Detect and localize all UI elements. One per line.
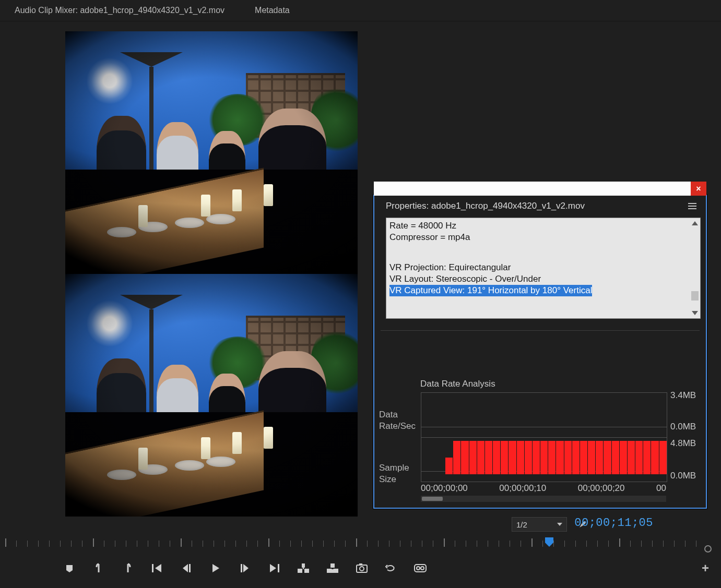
y-tick: 3.4MB (670, 390, 696, 401)
panel-tabbar: Audio Clip Mixer: adobe1_hcrop_4940x4320… (0, 0, 721, 21)
step-forward-button[interactable] (238, 561, 252, 575)
time-ruler[interactable] (5, 537, 700, 549)
vr-video-toggle-button[interactable] (413, 561, 427, 575)
property-line: Rate = 48000 Hz (389, 220, 687, 232)
svg-rect-4 (189, 564, 191, 572)
close-button[interactable]: × (691, 182, 706, 196)
chart-row-label: Sample (379, 463, 409, 473)
preview-frame-bottom (65, 274, 358, 517)
scroll-down-icon[interactable] (692, 311, 698, 315)
svg-rect-6 (278, 564, 279, 572)
playhead[interactable] (545, 537, 553, 548)
y-tick: 4.8MB (670, 438, 696, 449)
ruler-end-marker[interactable] (704, 545, 712, 553)
svg-rect-11 (330, 563, 335, 568)
svg-rect-5 (241, 564, 242, 572)
y-tick: 0.0MB (670, 422, 696, 432)
x-tick: 00;00;00;10 (499, 483, 546, 494)
source-monitor-preview[interactable] (65, 31, 358, 517)
chart-title: Data Rate Analysis (420, 379, 495, 389)
svg-point-16 (417, 567, 420, 570)
go-to-out-button[interactable] (267, 561, 281, 575)
export-frame-button[interactable] (355, 561, 369, 575)
data-rate-chart: Data Rate/Sec Sample Size 3.4MB 0.0MB 4.… (379, 392, 699, 500)
x-tick: 00;00;00;20 (578, 483, 625, 494)
properties-title: Properties: adobe1_hcrop_4940x4320_v1_v2… (386, 201, 585, 211)
svg-rect-14 (359, 563, 362, 566)
y-tick: 0.0MB (670, 471, 696, 481)
svg-rect-7 (298, 569, 302, 573)
svg-point-13 (360, 567, 364, 571)
loop-playback-button[interactable] (384, 561, 398, 575)
properties-scrollbar[interactable] (690, 218, 700, 318)
scroll-up-icon[interactable] (692, 221, 698, 225)
svg-rect-8 (304, 569, 309, 573)
x-tick: 00 (656, 483, 666, 494)
overwrite-button[interactable] (326, 561, 339, 575)
properties-text-area[interactable]: Rate = 48000 Hz Compressor = mp4a VR Pro… (386, 218, 701, 319)
insert-button[interactable] (297, 561, 310, 575)
chart-scroll-thumb[interactable] (422, 497, 443, 501)
property-line: VR Layout: Stereoscopic - Over/Under (389, 273, 687, 285)
playback-resolution-dropdown[interactable]: 1/2 (512, 517, 567, 532)
properties-window-titlebar[interactable] (374, 182, 706, 196)
chart-bars (445, 441, 667, 474)
svg-rect-3 (152, 564, 153, 572)
chart-horizontal-scroll[interactable] (421, 496, 666, 502)
scroll-thumb[interactable] (691, 291, 699, 301)
set-out-point-button[interactable] (121, 561, 135, 575)
chart-row-label: Rate/Sec (379, 421, 416, 431)
chevron-down-icon (557, 523, 562, 526)
button-editor-plus[interactable]: + (700, 563, 711, 574)
svg-point-17 (421, 567, 424, 570)
svg-rect-9 (302, 563, 305, 568)
chart-row-label: Size (379, 474, 396, 484)
x-tick: 00;00;00;00 (421, 483, 468, 494)
preview-frame-top (65, 31, 358, 274)
property-line-selected: VR Captured View: 191° Horizontal by 180… (389, 285, 592, 296)
tab-metadata[interactable]: Metadata (253, 3, 292, 18)
go-to-in-button[interactable] (150, 561, 164, 575)
property-line: Compressor = mp4a (389, 232, 687, 243)
chart-row-label: Data (379, 410, 398, 419)
current-timecode[interactable]: 00;00;11;05 (574, 517, 653, 530)
mark-in-button[interactable] (63, 561, 76, 575)
monitor-footer: 1/2 00;00;11;05 + (0, 517, 721, 584)
set-in-point-button[interactable] (92, 561, 105, 575)
step-back-button[interactable] (180, 561, 193, 575)
panel-menu-icon[interactable] (688, 203, 696, 209)
svg-rect-10 (327, 569, 338, 573)
playback-resolution-value: 1/2 (516, 520, 527, 529)
play-button[interactable] (209, 561, 222, 575)
property-line: VR Projection: Equirectangular (389, 262, 687, 273)
tab-audio-clip-mixer[interactable]: Audio Clip Mixer: adobe1_hcrop_4940x4320… (13, 3, 227, 18)
transport-controls (63, 561, 427, 575)
